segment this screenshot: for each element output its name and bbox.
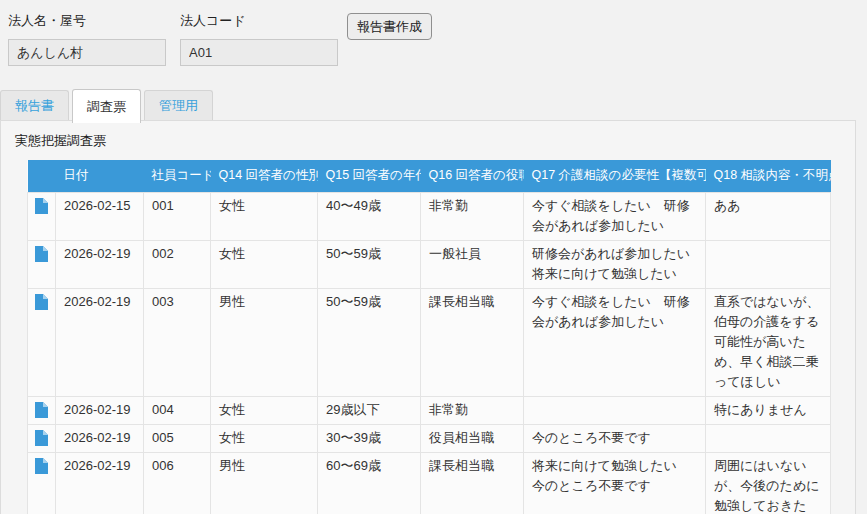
app-page: { "form": { "corp_name_label": "法人名・屋号",…	[0, 0, 867, 514]
column-header-icon	[28, 160, 56, 192]
tab-report[interactable]: 報告書	[0, 90, 69, 120]
table-row: 2026-02-15001女性40〜49歳非常勤今すぐ相談をしたい 研修会があれ…	[28, 192, 831, 240]
cell-code: 003	[144, 288, 211, 396]
section-title: 実態把握調査票	[15, 132, 106, 150]
row-icon-cell	[28, 240, 56, 288]
column-header: Q16 回答者の役職	[421, 160, 524, 192]
cell-code: 001	[144, 192, 211, 240]
cell-q17: 今すぐ相談をしたい 研修会があれば参加したい	[524, 288, 706, 396]
cell-q16: 非常勤	[421, 192, 524, 240]
column-header: Q15 回答者の年代	[318, 160, 421, 192]
column-header: Q14 回答者の性別	[211, 160, 318, 192]
cell-code: 004	[144, 396, 211, 424]
create-report-button[interactable]: 報告書作成	[347, 13, 432, 40]
cell-code: 005	[144, 424, 211, 452]
cell-q17: 研修会があれば参加したい 将来に向けて勉強したい	[524, 240, 706, 288]
cell-q18: 直系ではないが、伯母の介護をする可能性が高いため、早く相談二乗ってほしい	[706, 288, 831, 396]
cell-date: 2026-02-19	[56, 288, 144, 396]
corp-name-field-group: 法人名・屋号	[8, 12, 166, 66]
cell-q15: 60〜69歳	[318, 452, 421, 514]
row-icon-cell	[28, 452, 56, 514]
cell-q18: ああ	[706, 192, 831, 240]
column-header: 日付	[56, 160, 144, 192]
cell-date: 2026-02-19	[56, 452, 144, 514]
table-row: 2026-02-19003男性50〜59歳課長相当職今すぐ相談をしたい 研修会が…	[28, 288, 831, 396]
cell-q16: 役員相当職	[421, 424, 524, 452]
cell-q18	[706, 424, 831, 452]
cell-q18: 特にありません	[706, 396, 831, 424]
table-header-row: 日付社員コードQ14 回答者の性別Q15 回答者の年代Q16 回答者の役職Q17…	[28, 160, 831, 192]
cell-q15: 29歳以下	[318, 396, 421, 424]
cell-q17: 今のところ不要です	[524, 424, 706, 452]
cell-q16: 一般社員	[421, 240, 524, 288]
cell-q15: 30〜39歳	[318, 424, 421, 452]
document-icon[interactable]	[35, 202, 48, 217]
cell-q15: 40〜49歳	[318, 192, 421, 240]
document-icon[interactable]	[35, 298, 48, 313]
cell-code: 002	[144, 240, 211, 288]
row-icon-cell	[28, 192, 56, 240]
corp-code-input[interactable]	[180, 39, 338, 66]
cell-q15: 50〜59歳	[318, 288, 421, 396]
cell-q17: 将来に向けて勉強したい 今のところ不要です	[524, 452, 706, 514]
cell-q17: 今すぐ相談をしたい 研修会があれば参加したい	[524, 192, 706, 240]
document-icon[interactable]	[35, 462, 48, 477]
column-header: 社員コード	[144, 160, 211, 192]
cell-date: 2026-02-19	[56, 396, 144, 424]
table-row: 2026-02-19005女性30〜39歳役員相当職今のところ不要です	[28, 424, 831, 452]
column-header: Q17 介護相談の必要性【複数可】	[524, 160, 706, 192]
cell-date: 2026-02-19	[56, 424, 144, 452]
corp-code-label: 法人コード	[180, 12, 338, 30]
tab-admin[interactable]: 管理用	[144, 90, 213, 120]
cell-q18: 周囲にはいないが、今後のために勉強しておきたい。	[706, 452, 831, 514]
table-row: 2026-02-19002女性50〜59歳一般社員研修会があれば参加したい 将来…	[28, 240, 831, 288]
cell-q16: 非常勤	[421, 396, 524, 424]
row-icon-cell	[28, 424, 56, 452]
cell-q17	[524, 396, 706, 424]
cell-q16: 課長相当職	[421, 452, 524, 514]
cell-q14: 男性	[211, 288, 318, 396]
table-row: 2026-02-19006男性60〜69歳課長相当職将来に向けて勉強したい 今の…	[28, 452, 831, 514]
cell-q14: 女性	[211, 396, 318, 424]
row-icon-cell	[28, 288, 56, 396]
cell-q16: 課長相当職	[421, 288, 524, 396]
cell-q14: 女性	[211, 192, 318, 240]
tab-bar: 報告書 調査票 管理用	[0, 88, 213, 122]
document-icon[interactable]	[35, 250, 48, 265]
corp-name-input[interactable]	[8, 39, 166, 66]
corp-name-label: 法人名・屋号	[8, 12, 166, 30]
survey-panel: 実態把握調査票 日付社員コードQ14 回答者の性別Q15 回答者の年代Q16 回…	[0, 120, 856, 514]
table-row: 2026-02-19004女性29歳以下非常勤特にありません	[28, 396, 831, 424]
corp-code-field-group: 法人コード	[180, 12, 338, 66]
row-icon-cell	[28, 396, 56, 424]
cell-q15: 50〜59歳	[318, 240, 421, 288]
cell-q14: 女性	[211, 240, 318, 288]
cell-date: 2026-02-19	[56, 240, 144, 288]
cell-q18	[706, 240, 831, 288]
document-icon[interactable]	[35, 406, 48, 421]
column-header: Q18 相談内容・不明点	[706, 160, 831, 192]
tab-survey[interactable]: 調査票	[72, 89, 141, 123]
document-icon[interactable]	[35, 434, 48, 449]
cell-q14: 女性	[211, 424, 318, 452]
cell-code: 006	[144, 452, 211, 514]
cell-date: 2026-02-15	[56, 192, 144, 240]
survey-table: 日付社員コードQ14 回答者の性別Q15 回答者の年代Q16 回答者の役職Q17…	[27, 160, 831, 514]
cell-q14: 男性	[211, 452, 318, 514]
